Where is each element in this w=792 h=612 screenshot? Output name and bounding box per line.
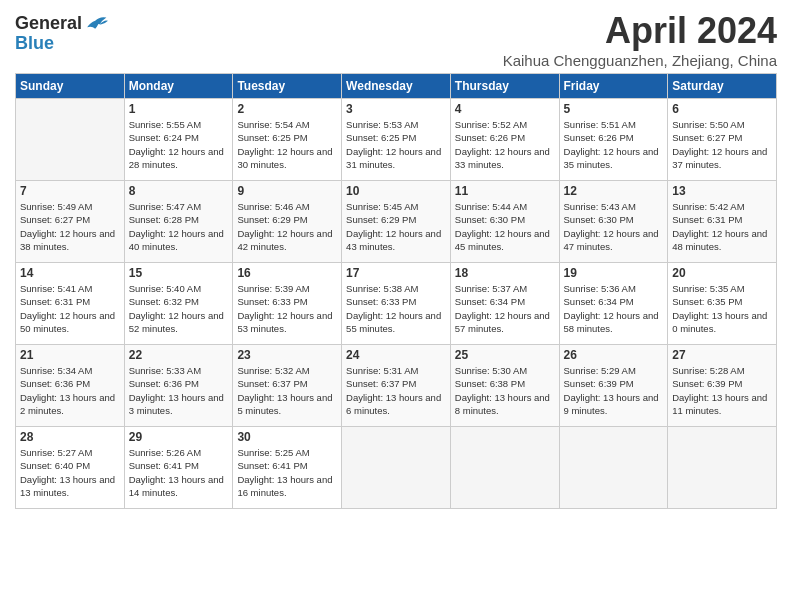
table-row: 21Sunrise: 5:34 AM Sunset: 6:36 PM Dayli… [16,345,125,427]
day-info: Sunrise: 5:30 AM Sunset: 6:38 PM Dayligh… [455,364,555,417]
day-number: 13 [672,184,772,198]
calendar-header-row: Sunday Monday Tuesday Wednesday Thursday… [16,74,777,99]
table-row: 1Sunrise: 5:55 AM Sunset: 6:24 PM Daylig… [124,99,233,181]
table-row: 26Sunrise: 5:29 AM Sunset: 6:39 PM Dayli… [559,345,668,427]
day-info: Sunrise: 5:43 AM Sunset: 6:30 PM Dayligh… [564,200,664,253]
day-info: Sunrise: 5:55 AM Sunset: 6:24 PM Dayligh… [129,118,229,171]
day-number: 5 [564,102,664,116]
table-row: 28Sunrise: 5:27 AM Sunset: 6:40 PM Dayli… [16,427,125,509]
day-number: 12 [564,184,664,198]
day-info: Sunrise: 5:28 AM Sunset: 6:39 PM Dayligh… [672,364,772,417]
day-number: 20 [672,266,772,280]
day-number: 7 [20,184,120,198]
day-info: Sunrise: 5:44 AM Sunset: 6:30 PM Dayligh… [455,200,555,253]
day-number: 6 [672,102,772,116]
logo-bird-icon [84,14,108,34]
location-subtitle: Kaihua Chengguanzhen, Zhejiang, China [503,52,777,69]
day-info: Sunrise: 5:53 AM Sunset: 6:25 PM Dayligh… [346,118,446,171]
table-row: 11Sunrise: 5:44 AM Sunset: 6:30 PM Dayli… [450,181,559,263]
table-row: 4Sunrise: 5:52 AM Sunset: 6:26 PM Daylig… [450,99,559,181]
day-info: Sunrise: 5:26 AM Sunset: 6:41 PM Dayligh… [129,446,229,499]
day-number: 25 [455,348,555,362]
day-number: 4 [455,102,555,116]
day-number: 24 [346,348,446,362]
day-info: Sunrise: 5:27 AM Sunset: 6:40 PM Dayligh… [20,446,120,499]
day-info: Sunrise: 5:45 AM Sunset: 6:29 PM Dayligh… [346,200,446,253]
day-info: Sunrise: 5:40 AM Sunset: 6:32 PM Dayligh… [129,282,229,335]
day-number: 23 [237,348,337,362]
table-row: 16Sunrise: 5:39 AM Sunset: 6:33 PM Dayli… [233,263,342,345]
day-number: 1 [129,102,229,116]
day-info: Sunrise: 5:37 AM Sunset: 6:34 PM Dayligh… [455,282,555,335]
table-row: 17Sunrise: 5:38 AM Sunset: 6:33 PM Dayli… [342,263,451,345]
table-row [450,427,559,509]
col-tuesday: Tuesday [233,74,342,99]
day-info: Sunrise: 5:39 AM Sunset: 6:33 PM Dayligh… [237,282,337,335]
day-number: 30 [237,430,337,444]
day-number: 11 [455,184,555,198]
table-row [559,427,668,509]
table-row: 20Sunrise: 5:35 AM Sunset: 6:35 PM Dayli… [668,263,777,345]
day-info: Sunrise: 5:32 AM Sunset: 6:37 PM Dayligh… [237,364,337,417]
calendar-week-row: 1Sunrise: 5:55 AM Sunset: 6:24 PM Daylig… [16,99,777,181]
day-info: Sunrise: 5:46 AM Sunset: 6:29 PM Dayligh… [237,200,337,253]
table-row: 9Sunrise: 5:46 AM Sunset: 6:29 PM Daylig… [233,181,342,263]
day-number: 9 [237,184,337,198]
table-row: 2Sunrise: 5:54 AM Sunset: 6:25 PM Daylig… [233,99,342,181]
main-container: General Blue April 2024 Kaihua Chengguan… [0,0,792,519]
day-info: Sunrise: 5:33 AM Sunset: 6:36 PM Dayligh… [129,364,229,417]
col-thursday: Thursday [450,74,559,99]
day-number: 8 [129,184,229,198]
day-number: 21 [20,348,120,362]
col-saturday: Saturday [668,74,777,99]
day-info: Sunrise: 5:36 AM Sunset: 6:34 PM Dayligh… [564,282,664,335]
table-row: 18Sunrise: 5:37 AM Sunset: 6:34 PM Dayli… [450,263,559,345]
day-number: 26 [564,348,664,362]
day-info: Sunrise: 5:35 AM Sunset: 6:35 PM Dayligh… [672,282,772,335]
table-row: 13Sunrise: 5:42 AM Sunset: 6:31 PM Dayli… [668,181,777,263]
day-info: Sunrise: 5:54 AM Sunset: 6:25 PM Dayligh… [237,118,337,171]
table-row: 30Sunrise: 5:25 AM Sunset: 6:41 PM Dayli… [233,427,342,509]
logo-blue: Blue [15,34,108,54]
day-number: 3 [346,102,446,116]
day-info: Sunrise: 5:50 AM Sunset: 6:27 PM Dayligh… [672,118,772,171]
calendar-week-row: 14Sunrise: 5:41 AM Sunset: 6:31 PM Dayli… [16,263,777,345]
table-row: 5Sunrise: 5:51 AM Sunset: 6:26 PM Daylig… [559,99,668,181]
day-info: Sunrise: 5:51 AM Sunset: 6:26 PM Dayligh… [564,118,664,171]
day-number: 15 [129,266,229,280]
day-info: Sunrise: 5:49 AM Sunset: 6:27 PM Dayligh… [20,200,120,253]
calendar-week-row: 7Sunrise: 5:49 AM Sunset: 6:27 PM Daylig… [16,181,777,263]
day-info: Sunrise: 5:29 AM Sunset: 6:39 PM Dayligh… [564,364,664,417]
table-row: 29Sunrise: 5:26 AM Sunset: 6:41 PM Dayli… [124,427,233,509]
title-area: April 2024 Kaihua Chengguanzhen, Zhejian… [503,10,777,69]
header: General Blue April 2024 Kaihua Chengguan… [15,10,777,69]
table-row: 10Sunrise: 5:45 AM Sunset: 6:29 PM Dayli… [342,181,451,263]
calendar-table: Sunday Monday Tuesday Wednesday Thursday… [15,73,777,509]
day-info: Sunrise: 5:38 AM Sunset: 6:33 PM Dayligh… [346,282,446,335]
table-row [342,427,451,509]
logo-general: General [15,14,82,34]
table-row: 27Sunrise: 5:28 AM Sunset: 6:39 PM Dayli… [668,345,777,427]
table-row: 23Sunrise: 5:32 AM Sunset: 6:37 PM Dayli… [233,345,342,427]
table-row: 8Sunrise: 5:47 AM Sunset: 6:28 PM Daylig… [124,181,233,263]
col-wednesday: Wednesday [342,74,451,99]
day-number: 27 [672,348,772,362]
day-number: 28 [20,430,120,444]
day-number: 29 [129,430,229,444]
day-number: 14 [20,266,120,280]
day-info: Sunrise: 5:31 AM Sunset: 6:37 PM Dayligh… [346,364,446,417]
day-number: 22 [129,348,229,362]
table-row [16,99,125,181]
table-row: 7Sunrise: 5:49 AM Sunset: 6:27 PM Daylig… [16,181,125,263]
day-number: 17 [346,266,446,280]
month-title: April 2024 [503,10,777,52]
calendar-week-row: 28Sunrise: 5:27 AM Sunset: 6:40 PM Dayli… [16,427,777,509]
day-number: 19 [564,266,664,280]
table-row: 24Sunrise: 5:31 AM Sunset: 6:37 PM Dayli… [342,345,451,427]
day-info: Sunrise: 5:42 AM Sunset: 6:31 PM Dayligh… [672,200,772,253]
day-info: Sunrise: 5:34 AM Sunset: 6:36 PM Dayligh… [20,364,120,417]
day-info: Sunrise: 5:52 AM Sunset: 6:26 PM Dayligh… [455,118,555,171]
col-friday: Friday [559,74,668,99]
logo: General Blue [15,14,108,54]
day-info: Sunrise: 5:25 AM Sunset: 6:41 PM Dayligh… [237,446,337,499]
